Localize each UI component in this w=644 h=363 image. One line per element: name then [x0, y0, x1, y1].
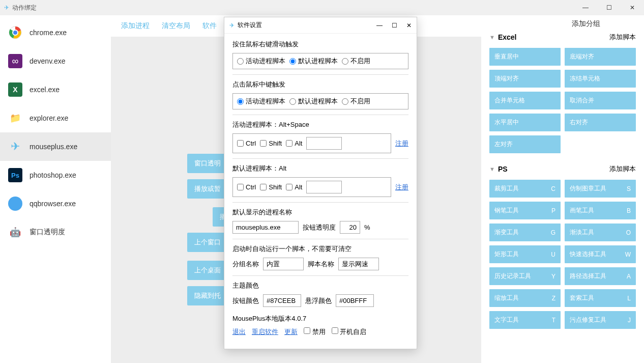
section-label: 主题颜色	[232, 281, 408, 290]
script-button[interactable]: 底端对齐	[565, 48, 636, 66]
titlebar: ✈ 动作绑定 — ☐ ✕	[0, 0, 644, 15]
grid-button[interactable]: 上个窗口	[187, 233, 228, 252]
minimize-button[interactable]: —	[574, 0, 597, 15]
group-name-input[interactable]	[263, 258, 304, 270]
radio-default[interactable]: 默认进程脚本	[289, 97, 338, 106]
script-button[interactable]: 右对齐	[565, 114, 636, 131]
register-link[interactable]: 注册	[395, 183, 408, 192]
script-button[interactable]: 画笔工具B	[565, 202, 636, 219]
sidebar-item-mouseplus[interactable]: ✈ mouseplus.exe	[0, 132, 111, 161]
visualstudio-icon: ∞	[8, 54, 22, 68]
group-name-label: 分组名称	[232, 260, 259, 269]
sidebar-item-devenv[interactable]: ∞ devenv.exe	[0, 47, 111, 75]
sidebar-item-opacity[interactable]: 🤖 窗口透明度	[0, 218, 111, 246]
sidebar-item-label: explorer.exe	[30, 114, 68, 122]
process-name-input[interactable]	[232, 221, 299, 234]
script-button[interactable]: 仿制图章工具S	[565, 180, 636, 198]
dialog-maximize-button[interactable]: ☐	[392, 22, 397, 29]
register-link[interactable]: 注册	[395, 139, 408, 148]
update-link[interactable]: 更新	[284, 327, 298, 337]
add-script-button[interactable]: 添加脚本	[609, 33, 636, 42]
group-header-ps[interactable]: ▼ PS 添加脚本	[489, 161, 636, 177]
script-button[interactable]: 文字工具T	[489, 311, 561, 329]
app-icon: ✈	[4, 4, 9, 11]
script-button[interactable]: 污点修复工具J	[565, 311, 636, 329]
radio-default[interactable]: 默认进程脚本	[289, 57, 338, 66]
software-button[interactable]: 软件	[202, 21, 217, 31]
button-color-input[interactable]	[263, 294, 301, 307]
script-name-input[interactable]	[338, 258, 379, 270]
sidebar-item-explorer[interactable]: 📁 explorer.exe	[0, 104, 111, 132]
script-button[interactable]: 裁剪工具C	[489, 180, 561, 198]
script-button[interactable]: 矩形工具U	[489, 245, 561, 263]
disable-checkbox[interactable]: 禁用	[304, 327, 326, 337]
hotkey-input[interactable]	[306, 137, 342, 150]
shift-checkbox[interactable]: Shift	[260, 183, 282, 191]
sidebar-item-photoshop[interactable]: Ps photoshop.exe	[0, 161, 111, 189]
script-button[interactable]: 冻结单元格	[565, 70, 636, 88]
percent-label: %	[364, 224, 370, 231]
maximize-button[interactable]: ☐	[597, 0, 621, 15]
grid-button[interactable]: 隐藏到托	[187, 286, 228, 305]
script-button[interactable]: 路径选择工具A	[565, 267, 636, 285]
script-button[interactable]: 取消合并	[565, 92, 636, 109]
grid-button[interactable]: 播放或暂	[187, 179, 228, 199]
group-name: PS	[498, 165, 508, 173]
hover-color-label: 悬浮颜色	[305, 296, 332, 305]
button-color-label: 按钮颜色	[232, 296, 259, 305]
script-button[interactable]: 渐变工具G	[489, 224, 561, 241]
sidebar-item-excel[interactable]: X excel.exe	[0, 75, 111, 104]
add-process-button[interactable]: 添加进程	[121, 21, 150, 31]
right-drag-options: 活动进程脚本 默认进程脚本 不启用	[232, 53, 408, 69]
opacity-input[interactable]	[340, 221, 360, 234]
sidebar-item-chrome[interactable]: chrome.exe	[0, 18, 111, 47]
restart-link[interactable]: 重启软件	[252, 327, 278, 337]
script-button[interactable]: 水平居中	[489, 114, 561, 131]
grid-button[interactable]: 窗口透明	[187, 154, 228, 173]
process-sidebar: chrome.exe ∞ devenv.exe X excel.exe 📁 ex…	[0, 15, 111, 363]
sidebar-item-label: photoshop.exe	[30, 171, 76, 179]
script-button[interactable]: 左对齐	[489, 135, 561, 153]
robot-icon: 🤖	[8, 225, 22, 239]
ctrl-checkbox[interactable]: Ctrl	[237, 139, 256, 147]
shift-checkbox[interactable]: Shift	[260, 139, 282, 147]
autostart-checkbox[interactable]: 开机自启	[332, 327, 367, 337]
script-button[interactable]: 合并单元格	[489, 92, 561, 109]
alt-checkbox[interactable]: Alt	[286, 139, 302, 147]
ctrl-checkbox[interactable]: Ctrl	[237, 183, 256, 191]
ps-scripts: 裁剪工具C 仿制图章工具S 钢笔工具P 画笔工具B 渐变工具G 渐淡工具O 矩形…	[489, 180, 636, 329]
radio-disable[interactable]: 不启用	[342, 97, 370, 106]
radio-active[interactable]: 活动进程脚本	[237, 97, 285, 106]
script-button[interactable]: 顶端对齐	[489, 70, 561, 88]
script-button[interactable]: 渐淡工具O	[565, 224, 636, 241]
dialog-minimize-button[interactable]: —	[376, 22, 383, 29]
radio-disable[interactable]: 不启用	[342, 57, 370, 66]
close-button[interactable]: ✕	[621, 0, 644, 15]
group-name: Excel	[498, 33, 517, 41]
script-button[interactable]: 历史记录工具Y	[489, 267, 561, 285]
clear-layout-button[interactable]: 清空布局	[162, 21, 190, 31]
dialog-close-button[interactable]: ✕	[406, 22, 412, 29]
script-button[interactable]: 套索工具L	[565, 289, 636, 307]
radio-active[interactable]: 活动进程脚本	[237, 57, 285, 66]
add-script-button[interactable]: 添加脚本	[609, 164, 636, 174]
hotkey-input[interactable]	[306, 181, 342, 193]
sidebar-item-label: qqbrowser.exe	[30, 200, 76, 208]
script-button[interactable]: 钢笔工具P	[489, 202, 561, 219]
paperplane-icon: ✈	[229, 22, 235, 29]
hover-color-input[interactable]	[336, 294, 374, 307]
grid-button[interactable]: 上个桌面	[187, 261, 228, 280]
version-label: MousePlus本地版本4.0.7	[232, 314, 408, 323]
collapse-icon: ▼	[489, 34, 495, 40]
section-label: 点击鼠标中键触发	[232, 80, 408, 89]
chrome-icon	[8, 25, 22, 40]
script-button[interactable]: 缩放工具Z	[489, 289, 561, 307]
script-name-label: 脚本名称	[308, 260, 334, 269]
exit-link[interactable]: 退出	[232, 327, 246, 337]
alt-checkbox[interactable]: Alt	[286, 183, 302, 191]
script-button[interactable]: 快速选择工具W	[565, 245, 636, 263]
sidebar-item-qqbrowser[interactable]: qqbrowser.exe	[0, 189, 111, 218]
group-header-excel[interactable]: ▼ Excel 添加脚本	[489, 30, 636, 45]
add-group-button[interactable]: 添加分组	[481, 19, 600, 29]
script-button[interactable]: 垂直居中	[489, 48, 561, 66]
